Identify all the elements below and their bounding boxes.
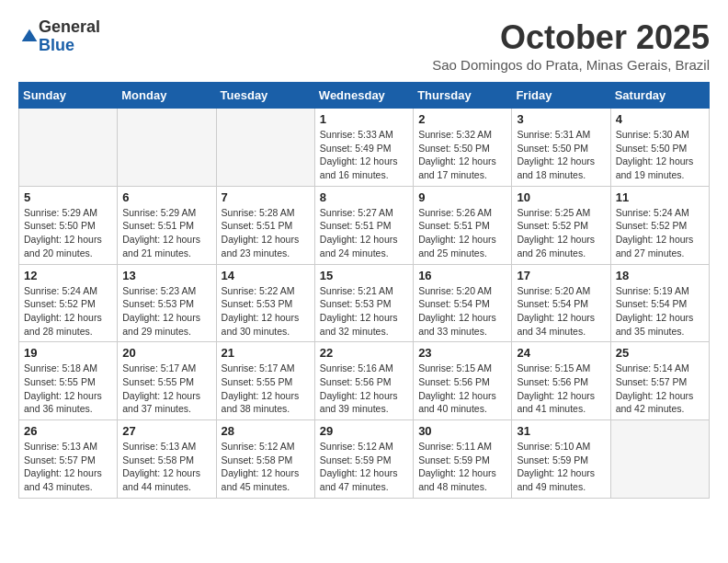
day-number: 23	[418, 346, 506, 360]
day-info: Sunrise: 5:10 AM Sunset: 5:59 PM Dayligh…	[517, 440, 605, 494]
day-number: 28	[222, 424, 310, 438]
day-info: Sunrise: 5:17 AM Sunset: 5:55 PM Dayligh…	[222, 362, 310, 416]
calendar-day-cell: 6Sunrise: 5:29 AM Sunset: 5:51 PM Daylig…	[118, 186, 216, 264]
calendar-day-cell: 9Sunrise: 5:26 AM Sunset: 5:51 PM Daylig…	[414, 186, 512, 264]
day-info: Sunrise: 5:21 AM Sunset: 5:53 PM Dayligh…	[320, 284, 408, 339]
day-number: 20	[122, 346, 210, 360]
day-number: 6	[122, 190, 210, 204]
logo-blue: Blue	[39, 37, 100, 55]
calendar-week-row: 5Sunrise: 5:29 AM Sunset: 5:50 PM Daylig…	[19, 186, 710, 264]
calendar-day-cell: 19Sunrise: 5:18 AM Sunset: 5:55 PM Dayli…	[19, 342, 118, 420]
calendar-day-cell: 2Sunrise: 5:32 AM Sunset: 5:50 PM Daylig…	[414, 109, 512, 187]
weekday-header: Tuesday	[216, 83, 314, 109]
calendar-day-cell: 23Sunrise: 5:15 AM Sunset: 5:56 PM Dayli…	[414, 342, 512, 420]
weekday-header: Thursday	[414, 83, 512, 109]
day-number: 31	[517, 424, 605, 438]
page-header: General Blue October 2025 Sao Domingos d…	[18, 18, 710, 73]
calendar-header: SundayMondayTuesdayWednesdayThursdayFrid…	[19, 83, 710, 109]
month-title: October 2025	[432, 18, 710, 57]
calendar-day-cell: 10Sunrise: 5:25 AM Sunset: 5:52 PM Dayli…	[512, 186, 610, 264]
svg-marker-0	[22, 29, 38, 40]
day-number: 4	[616, 112, 704, 126]
title-block: October 2025 Sao Domingos do Prata, Mina…	[432, 18, 710, 73]
calendar-day-cell: 28Sunrise: 5:12 AM Sunset: 5:58 PM Dayli…	[216, 420, 314, 499]
day-number: 26	[24, 424, 112, 438]
calendar-day-cell: 14Sunrise: 5:22 AM Sunset: 5:53 PM Dayli…	[216, 264, 314, 342]
calendar-day-cell: 12Sunrise: 5:24 AM Sunset: 5:52 PM Dayli…	[19, 264, 118, 342]
logo-general: General	[39, 18, 100, 37]
calendar-day-cell	[216, 109, 314, 187]
day-number: 16	[418, 269, 506, 282]
calendar-day-cell: 15Sunrise: 5:21 AM Sunset: 5:53 PM Dayli…	[314, 264, 413, 342]
day-info: Sunrise: 5:31 AM Sunset: 5:50 PM Dayligh…	[517, 128, 605, 182]
day-info: Sunrise: 5:22 AM Sunset: 5:53 PM Dayligh…	[222, 284, 310, 339]
day-number: 29	[320, 424, 408, 438]
day-info: Sunrise: 5:19 AM Sunset: 5:54 PM Dayligh…	[616, 284, 704, 339]
calendar-day-cell: 17Sunrise: 5:20 AM Sunset: 5:54 PM Dayli…	[512, 264, 610, 342]
subtitle: Sao Domingos do Prata, Minas Gerais, Bra…	[432, 57, 710, 73]
calendar-day-cell: 18Sunrise: 5:19 AM Sunset: 5:54 PM Dayli…	[610, 264, 709, 342]
day-info: Sunrise: 5:23 AM Sunset: 5:53 PM Dayligh…	[122, 284, 210, 339]
day-info: Sunrise: 5:20 AM Sunset: 5:54 PM Dayligh…	[517, 284, 605, 339]
day-info: Sunrise: 5:14 AM Sunset: 5:57 PM Dayligh…	[616, 362, 704, 416]
day-number: 21	[222, 346, 310, 360]
calendar-day-cell: 26Sunrise: 5:13 AM Sunset: 5:57 PM Dayli…	[19, 420, 118, 499]
day-info: Sunrise: 5:11 AM Sunset: 5:59 PM Dayligh…	[418, 440, 506, 494]
calendar-week-row: 19Sunrise: 5:18 AM Sunset: 5:55 PM Dayli…	[19, 342, 710, 420]
day-info: Sunrise: 5:25 AM Sunset: 5:52 PM Dayligh…	[517, 206, 605, 260]
calendar-day-cell: 16Sunrise: 5:20 AM Sunset: 5:54 PM Dayli…	[414, 264, 512, 342]
day-number: 8	[320, 190, 408, 204]
calendar-day-cell: 24Sunrise: 5:15 AM Sunset: 5:56 PM Dayli…	[512, 342, 610, 420]
day-info: Sunrise: 5:29 AM Sunset: 5:50 PM Dayligh…	[24, 206, 112, 260]
day-info: Sunrise: 5:15 AM Sunset: 5:56 PM Dayligh…	[418, 362, 506, 416]
day-number: 10	[517, 190, 605, 204]
weekday-header: Sunday	[19, 83, 118, 109]
calendar-body: 1Sunrise: 5:33 AM Sunset: 5:49 PM Daylig…	[19, 109, 710, 499]
weekday-header: Monday	[118, 83, 216, 109]
day-number: 22	[320, 346, 408, 360]
logo: General Blue	[18, 18, 100, 55]
day-info: Sunrise: 5:24 AM Sunset: 5:52 PM Dayligh…	[616, 206, 704, 260]
calendar-day-cell: 21Sunrise: 5:17 AM Sunset: 5:55 PM Dayli…	[216, 342, 314, 420]
day-number: 1	[320, 112, 408, 126]
calendar-day-cell: 30Sunrise: 5:11 AM Sunset: 5:59 PM Dayli…	[414, 420, 512, 499]
calendar-day-cell: 1Sunrise: 5:33 AM Sunset: 5:49 PM Daylig…	[314, 109, 413, 187]
day-number: 25	[616, 346, 704, 360]
calendar-week-row: 1Sunrise: 5:33 AM Sunset: 5:49 PM Daylig…	[19, 109, 710, 187]
day-info: Sunrise: 5:12 AM Sunset: 5:59 PM Dayligh…	[320, 440, 408, 494]
logo-icon	[20, 28, 39, 46]
day-info: Sunrise: 5:26 AM Sunset: 5:51 PM Dayligh…	[418, 206, 506, 260]
day-number: 15	[320, 269, 408, 282]
day-number: 3	[517, 112, 605, 126]
day-number: 7	[222, 190, 310, 204]
day-info: Sunrise: 5:13 AM Sunset: 5:58 PM Dayligh…	[122, 440, 210, 494]
day-info: Sunrise: 5:13 AM Sunset: 5:57 PM Dayligh…	[24, 440, 112, 494]
calendar-day-cell: 7Sunrise: 5:28 AM Sunset: 5:51 PM Daylig…	[216, 186, 314, 264]
calendar-day-cell: 29Sunrise: 5:12 AM Sunset: 5:59 PM Dayli…	[314, 420, 413, 499]
day-number: 17	[517, 269, 605, 282]
day-number: 24	[517, 346, 605, 360]
calendar-week-row: 12Sunrise: 5:24 AM Sunset: 5:52 PM Dayli…	[19, 264, 710, 342]
day-number: 30	[418, 424, 506, 438]
calendar-day-cell: 8Sunrise: 5:27 AM Sunset: 5:51 PM Daylig…	[314, 186, 413, 264]
day-number: 18	[616, 269, 704, 282]
day-info: Sunrise: 5:27 AM Sunset: 5:51 PM Dayligh…	[320, 206, 408, 260]
weekday-header: Saturday	[610, 83, 709, 109]
calendar-day-cell: 25Sunrise: 5:14 AM Sunset: 5:57 PM Dayli…	[610, 342, 709, 420]
day-number: 13	[122, 269, 210, 282]
day-info: Sunrise: 5:12 AM Sunset: 5:58 PM Dayligh…	[222, 440, 310, 494]
day-info: Sunrise: 5:32 AM Sunset: 5:50 PM Dayligh…	[418, 128, 506, 182]
day-number: 19	[24, 346, 112, 360]
day-number: 9	[418, 190, 506, 204]
calendar-day-cell: 5Sunrise: 5:29 AM Sunset: 5:50 PM Daylig…	[19, 186, 118, 264]
day-number: 5	[24, 190, 112, 204]
day-info: Sunrise: 5:18 AM Sunset: 5:55 PM Dayligh…	[24, 362, 112, 416]
day-info: Sunrise: 5:20 AM Sunset: 5:54 PM Dayligh…	[418, 284, 506, 339]
logo-text: General Blue	[39, 18, 100, 55]
calendar-day-cell	[19, 109, 118, 187]
day-number: 2	[418, 112, 506, 126]
calendar-day-cell	[610, 420, 709, 499]
weekday-header: Wednesday	[314, 83, 413, 109]
day-info: Sunrise: 5:16 AM Sunset: 5:56 PM Dayligh…	[320, 362, 408, 416]
calendar-day-cell: 3Sunrise: 5:31 AM Sunset: 5:50 PM Daylig…	[512, 109, 610, 187]
